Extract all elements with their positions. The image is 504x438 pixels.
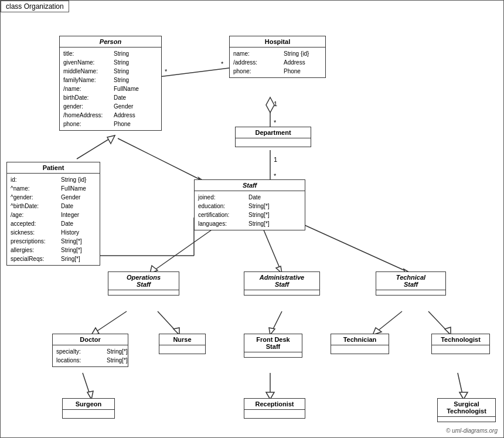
- svg-text:*: *: [274, 119, 277, 126]
- operations-staff-class: OperationsStaff: [108, 271, 179, 296]
- svg-line-18: [288, 218, 411, 273]
- svg-text:1: 1: [274, 156, 277, 163]
- svg-text:*: *: [274, 172, 277, 179]
- receptionist-class-name: Receptionist: [244, 399, 305, 410]
- copyright-text: © uml-diagrams.org: [446, 427, 498, 434]
- technical-staff-class-attrs: [376, 290, 445, 295]
- operations-staff-class-attrs: [108, 290, 179, 295]
- technician-class-attrs: [331, 345, 389, 354]
- technician-class: Technician: [331, 334, 389, 354]
- svg-line-20: [91, 311, 127, 335]
- svg-marker-4: [266, 97, 274, 113]
- nurse-class-name: Nurse: [159, 334, 205, 345]
- technologist-class-attrs: [432, 345, 489, 354]
- surgeon-class: Surgeon: [62, 398, 115, 419]
- surgical-technologist-class: SurgicalTechnologist: [437, 398, 496, 422]
- svg-text:1: 1: [274, 100, 277, 107]
- svg-marker-11: [107, 135, 115, 144]
- nurse-class: Nurse: [159, 334, 206, 354]
- nurse-class-attrs: [159, 345, 205, 354]
- person-class-name: Person: [60, 36, 161, 47]
- administrative-staff-class: AdministrativeStaff: [244, 271, 320, 296]
- technician-class-name: Technician: [331, 334, 389, 345]
- receptionist-class-attrs: [244, 410, 305, 418]
- department-class: Department: [235, 127, 311, 147]
- administrative-staff-class-name: AdministrativeStaff: [244, 272, 319, 290]
- surgeon-class-name: Surgeon: [63, 399, 114, 410]
- operations-staff-class-name: OperationsStaff: [108, 272, 179, 290]
- receptionist-class: Receptionist: [244, 398, 305, 419]
- technical-staff-class-name: TechnicalStaff: [376, 272, 445, 290]
- doctor-class-attrs: specialty:String[*] locations:String[*]: [53, 345, 128, 366]
- technologist-class: Technologist: [431, 334, 490, 354]
- surgical-technologist-class-name: SurgicalTechnologist: [438, 399, 495, 417]
- staff-class-attrs: joined:Date education:String[*] certific…: [195, 191, 305, 230]
- administrative-staff-class-attrs: [244, 290, 319, 295]
- svg-line-24: [270, 311, 282, 335]
- patient-class-attrs: id:String {id} ^name:FullName ^gender:Ge…: [7, 174, 100, 265]
- patient-class-name: Patient: [7, 162, 100, 174]
- staff-class: Staff joined:Date education:String[*] ce…: [194, 179, 305, 230]
- svg-line-28: [428, 311, 451, 335]
- person-class-attrs: title:String givenName:String middleName…: [60, 47, 161, 130]
- person-class: Person title:String givenName:String mid…: [59, 36, 162, 131]
- patient-class: Patient id:String {id} ^name:FullName ^g…: [6, 162, 100, 266]
- hospital-class-name: Hospital: [230, 36, 325, 47]
- staff-class-name: Staff: [195, 180, 305, 191]
- svg-line-0: [159, 68, 229, 77]
- svg-text:*: *: [221, 60, 224, 67]
- technical-staff-class: TechnicalStaff: [376, 271, 446, 296]
- svg-text:*: *: [165, 68, 168, 75]
- department-class-attrs: [236, 138, 311, 147]
- svg-line-12: [118, 138, 206, 182]
- doctor-class: Doctor specialty:String[*] locations:Str…: [52, 334, 128, 367]
- front-desk-staff-class: Front DeskStaff: [244, 334, 302, 358]
- front-desk-staff-class-name: Front DeskStaff: [244, 334, 302, 352]
- front-desk-staff-class-attrs: [244, 352, 302, 357]
- svg-line-34: [458, 373, 464, 399]
- technologist-class-name: Technologist: [432, 334, 489, 345]
- diagram-title: class Organization: [1, 1, 69, 12]
- svg-line-10: [77, 135, 115, 159]
- hospital-class-attrs: name:String {id} /address:Address phone:…: [230, 47, 325, 77]
- hospital-class: Hospital name:String {id} /address:Addre…: [229, 36, 326, 78]
- svg-line-22: [158, 311, 179, 335]
- svg-line-26: [373, 311, 402, 335]
- surgical-technologist-class-attrs: [438, 417, 495, 422]
- diagram-container: class Organization * * 1 * 1 *: [0, 0, 504, 438]
- svg-line-30: [83, 373, 91, 399]
- doctor-class-name: Doctor: [53, 334, 128, 345]
- surgeon-class-attrs: [63, 410, 114, 418]
- department-class-name: Department: [236, 127, 311, 138]
